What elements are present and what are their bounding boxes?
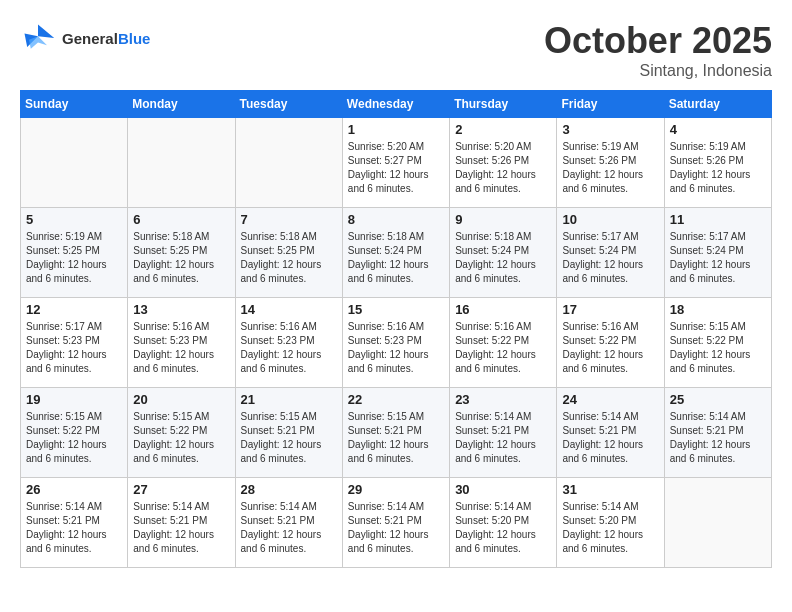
- day-info: Sunrise: 5:17 AM Sunset: 5:23 PM Dayligh…: [26, 320, 122, 376]
- calendar-week-1: 1Sunrise: 5:20 AM Sunset: 5:27 PM Daylig…: [21, 118, 772, 208]
- day-info: Sunrise: 5:16 AM Sunset: 5:23 PM Dayligh…: [133, 320, 229, 376]
- day-info: Sunrise: 5:14 AM Sunset: 5:21 PM Dayligh…: [241, 500, 337, 556]
- day-number: 20: [133, 392, 229, 407]
- day-number: 18: [670, 302, 766, 317]
- calendar-cell: 31Sunrise: 5:14 AM Sunset: 5:20 PM Dayli…: [557, 478, 664, 568]
- logo: GeneralBlue: [20, 20, 150, 56]
- day-info: Sunrise: 5:18 AM Sunset: 5:25 PM Dayligh…: [133, 230, 229, 286]
- day-info: Sunrise: 5:14 AM Sunset: 5:20 PM Dayligh…: [455, 500, 551, 556]
- day-info: Sunrise: 5:15 AM Sunset: 5:22 PM Dayligh…: [133, 410, 229, 466]
- calendar-cell: 19Sunrise: 5:15 AM Sunset: 5:22 PM Dayli…: [21, 388, 128, 478]
- day-number: 3: [562, 122, 658, 137]
- day-info: Sunrise: 5:15 AM Sunset: 5:22 PM Dayligh…: [670, 320, 766, 376]
- day-number: 16: [455, 302, 551, 317]
- day-info: Sunrise: 5:19 AM Sunset: 5:25 PM Dayligh…: [26, 230, 122, 286]
- calendar-cell: 16Sunrise: 5:16 AM Sunset: 5:22 PM Dayli…: [450, 298, 557, 388]
- header-day-thursday: Thursday: [450, 91, 557, 118]
- day-number: 24: [562, 392, 658, 407]
- calendar-cell: 8Sunrise: 5:18 AM Sunset: 5:24 PM Daylig…: [342, 208, 449, 298]
- header-day-friday: Friday: [557, 91, 664, 118]
- calendar-cell: 21Sunrise: 5:15 AM Sunset: 5:21 PM Dayli…: [235, 388, 342, 478]
- day-info: Sunrise: 5:19 AM Sunset: 5:26 PM Dayligh…: [670, 140, 766, 196]
- calendar-cell: 4Sunrise: 5:19 AM Sunset: 5:26 PM Daylig…: [664, 118, 771, 208]
- calendar-cell: 3Sunrise: 5:19 AM Sunset: 5:26 PM Daylig…: [557, 118, 664, 208]
- calendar-cell: [21, 118, 128, 208]
- calendar-cell: 14Sunrise: 5:16 AM Sunset: 5:23 PM Dayli…: [235, 298, 342, 388]
- day-info: Sunrise: 5:15 AM Sunset: 5:21 PM Dayligh…: [241, 410, 337, 466]
- calendar-week-5: 26Sunrise: 5:14 AM Sunset: 5:21 PM Dayli…: [21, 478, 772, 568]
- day-number: 5: [26, 212, 122, 227]
- day-number: 22: [348, 392, 444, 407]
- calendar-week-3: 12Sunrise: 5:17 AM Sunset: 5:23 PM Dayli…: [21, 298, 772, 388]
- day-info: Sunrise: 5:16 AM Sunset: 5:23 PM Dayligh…: [241, 320, 337, 376]
- day-number: 31: [562, 482, 658, 497]
- day-number: 25: [670, 392, 766, 407]
- day-number: 29: [348, 482, 444, 497]
- day-info: Sunrise: 5:14 AM Sunset: 5:21 PM Dayligh…: [670, 410, 766, 466]
- day-number: 7: [241, 212, 337, 227]
- calendar-cell: 24Sunrise: 5:14 AM Sunset: 5:21 PM Dayli…: [557, 388, 664, 478]
- calendar-cell: 10Sunrise: 5:17 AM Sunset: 5:24 PM Dayli…: [557, 208, 664, 298]
- day-info: Sunrise: 5:20 AM Sunset: 5:27 PM Dayligh…: [348, 140, 444, 196]
- calendar-cell: 27Sunrise: 5:14 AM Sunset: 5:21 PM Dayli…: [128, 478, 235, 568]
- day-number: 11: [670, 212, 766, 227]
- calendar-cell: 9Sunrise: 5:18 AM Sunset: 5:24 PM Daylig…: [450, 208, 557, 298]
- day-info: Sunrise: 5:14 AM Sunset: 5:21 PM Dayligh…: [348, 500, 444, 556]
- calendar-cell: 25Sunrise: 5:14 AM Sunset: 5:21 PM Dayli…: [664, 388, 771, 478]
- day-number: 27: [133, 482, 229, 497]
- day-number: 17: [562, 302, 658, 317]
- calendar-cell: 17Sunrise: 5:16 AM Sunset: 5:22 PM Dayli…: [557, 298, 664, 388]
- day-info: Sunrise: 5:14 AM Sunset: 5:20 PM Dayligh…: [562, 500, 658, 556]
- calendar-cell: 7Sunrise: 5:18 AM Sunset: 5:25 PM Daylig…: [235, 208, 342, 298]
- day-info: Sunrise: 5:18 AM Sunset: 5:25 PM Dayligh…: [241, 230, 337, 286]
- calendar-week-4: 19Sunrise: 5:15 AM Sunset: 5:22 PM Dayli…: [21, 388, 772, 478]
- header-day-monday: Monday: [128, 91, 235, 118]
- calendar-cell: 22Sunrise: 5:15 AM Sunset: 5:21 PM Dayli…: [342, 388, 449, 478]
- day-number: 15: [348, 302, 444, 317]
- calendar-cell: 11Sunrise: 5:17 AM Sunset: 5:24 PM Dayli…: [664, 208, 771, 298]
- day-info: Sunrise: 5:18 AM Sunset: 5:24 PM Dayligh…: [455, 230, 551, 286]
- calendar-cell: [664, 478, 771, 568]
- title-area: October 2025 Sintang, Indonesia: [544, 20, 772, 80]
- day-info: Sunrise: 5:16 AM Sunset: 5:22 PM Dayligh…: [562, 320, 658, 376]
- day-info: Sunrise: 5:18 AM Sunset: 5:24 PM Dayligh…: [348, 230, 444, 286]
- day-info: Sunrise: 5:19 AM Sunset: 5:26 PM Dayligh…: [562, 140, 658, 196]
- day-info: Sunrise: 5:15 AM Sunset: 5:22 PM Dayligh…: [26, 410, 122, 466]
- day-number: 28: [241, 482, 337, 497]
- day-number: 12: [26, 302, 122, 317]
- calendar-cell: 18Sunrise: 5:15 AM Sunset: 5:22 PM Dayli…: [664, 298, 771, 388]
- day-number: 14: [241, 302, 337, 317]
- calendar-cell: 20Sunrise: 5:15 AM Sunset: 5:22 PM Dayli…: [128, 388, 235, 478]
- calendar-cell: 26Sunrise: 5:14 AM Sunset: 5:21 PM Dayli…: [21, 478, 128, 568]
- calendar-week-2: 5Sunrise: 5:19 AM Sunset: 5:25 PM Daylig…: [21, 208, 772, 298]
- day-info: Sunrise: 5:14 AM Sunset: 5:21 PM Dayligh…: [455, 410, 551, 466]
- day-number: 9: [455, 212, 551, 227]
- day-info: Sunrise: 5:14 AM Sunset: 5:21 PM Dayligh…: [562, 410, 658, 466]
- logo-icon: [20, 20, 56, 56]
- day-number: 4: [670, 122, 766, 137]
- day-number: 19: [26, 392, 122, 407]
- day-info: Sunrise: 5:17 AM Sunset: 5:24 PM Dayligh…: [670, 230, 766, 286]
- calendar-table: SundayMondayTuesdayWednesdayThursdayFrid…: [20, 90, 772, 568]
- day-info: Sunrise: 5:16 AM Sunset: 5:23 PM Dayligh…: [348, 320, 444, 376]
- day-info: Sunrise: 5:14 AM Sunset: 5:21 PM Dayligh…: [26, 500, 122, 556]
- calendar-cell: 12Sunrise: 5:17 AM Sunset: 5:23 PM Dayli…: [21, 298, 128, 388]
- logo-text: GeneralBlue: [62, 30, 150, 47]
- calendar-cell: [128, 118, 235, 208]
- header-day-saturday: Saturday: [664, 91, 771, 118]
- calendar-cell: 1Sunrise: 5:20 AM Sunset: 5:27 PM Daylig…: [342, 118, 449, 208]
- month-title: October 2025: [544, 20, 772, 62]
- calendar-cell: 13Sunrise: 5:16 AM Sunset: 5:23 PM Dayli…: [128, 298, 235, 388]
- day-number: 8: [348, 212, 444, 227]
- day-number: 23: [455, 392, 551, 407]
- location: Sintang, Indonesia: [544, 62, 772, 80]
- svg-marker-0: [25, 25, 55, 48]
- day-info: Sunrise: 5:20 AM Sunset: 5:26 PM Dayligh…: [455, 140, 551, 196]
- day-number: 13: [133, 302, 229, 317]
- day-number: 1: [348, 122, 444, 137]
- calendar-cell: 28Sunrise: 5:14 AM Sunset: 5:21 PM Dayli…: [235, 478, 342, 568]
- calendar-cell: 30Sunrise: 5:14 AM Sunset: 5:20 PM Dayli…: [450, 478, 557, 568]
- calendar-cell: 29Sunrise: 5:14 AM Sunset: 5:21 PM Dayli…: [342, 478, 449, 568]
- calendar-cell: [235, 118, 342, 208]
- calendar-cell: 23Sunrise: 5:14 AM Sunset: 5:21 PM Dayli…: [450, 388, 557, 478]
